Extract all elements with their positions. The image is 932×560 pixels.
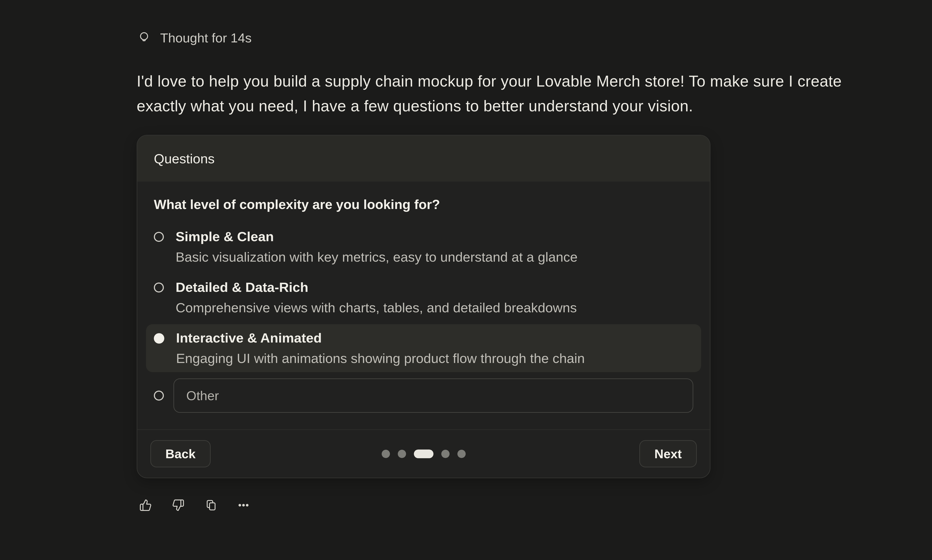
card-title: Questions bbox=[154, 151, 214, 166]
page-dot bbox=[398, 450, 406, 458]
questions-card-body: What level of complexity are you looking… bbox=[137, 182, 710, 429]
thumbs-up-icon[interactable] bbox=[139, 499, 152, 511]
page-dot bbox=[382, 450, 390, 458]
option-label: Detailed & Data-Rich bbox=[176, 279, 577, 295]
option-detailed-data-rich[interactable]: Detailed & Data-Rich Comprehensive views… bbox=[146, 274, 701, 322]
option-interactive-animated[interactable]: Interactive & Animated Engaging UI with … bbox=[146, 324, 701, 372]
question-text: What level of complexity are you looking… bbox=[154, 197, 693, 212]
option-simple-clean[interactable]: Simple & Clean Basic visualization with … bbox=[146, 223, 701, 271]
questions-card: Questions What level of complexity are y… bbox=[137, 135, 710, 478]
pagination-dots bbox=[382, 449, 466, 458]
more-options-icon[interactable] bbox=[237, 499, 250, 511]
back-button[interactable]: Back bbox=[150, 440, 211, 467]
copy-icon[interactable] bbox=[205, 499, 217, 511]
assistant-message: I'd love to help you build a supply chai… bbox=[137, 69, 881, 118]
page-dot-active bbox=[414, 449, 433, 458]
radio-unselected-icon[interactable] bbox=[154, 283, 164, 292]
questions-card-footer: Back Next bbox=[137, 429, 710, 478]
options-list: Simple & Clean Basic visualization with … bbox=[146, 223, 701, 416]
radio-selected-icon[interactable] bbox=[154, 333, 164, 344]
radio-unselected-icon[interactable] bbox=[154, 391, 164, 401]
next-button[interactable]: Next bbox=[639, 440, 697, 467]
option-description: Basic visualization with key metrics, ea… bbox=[176, 249, 578, 265]
page-dot bbox=[458, 450, 466, 458]
option-label: Simple & Clean bbox=[176, 228, 578, 245]
option-description: Engaging UI with animations showing prod… bbox=[176, 350, 585, 367]
questions-card-header: Questions bbox=[137, 135, 710, 182]
option-other[interactable] bbox=[146, 375, 701, 416]
other-option-input[interactable] bbox=[173, 378, 693, 413]
option-label: Interactive & Animated bbox=[176, 330, 585, 346]
lightbulb-icon bbox=[137, 31, 151, 45]
message-actions bbox=[139, 499, 250, 511]
radio-unselected-icon[interactable] bbox=[154, 232, 164, 242]
option-description: Comprehensive views with charts, tables,… bbox=[176, 300, 577, 316]
thought-label: Thought for 14s bbox=[160, 31, 251, 45]
thumbs-down-icon[interactable] bbox=[172, 499, 185, 511]
thought-toggle[interactable]: Thought for 14s bbox=[137, 31, 251, 45]
page-dot bbox=[441, 450, 450, 458]
